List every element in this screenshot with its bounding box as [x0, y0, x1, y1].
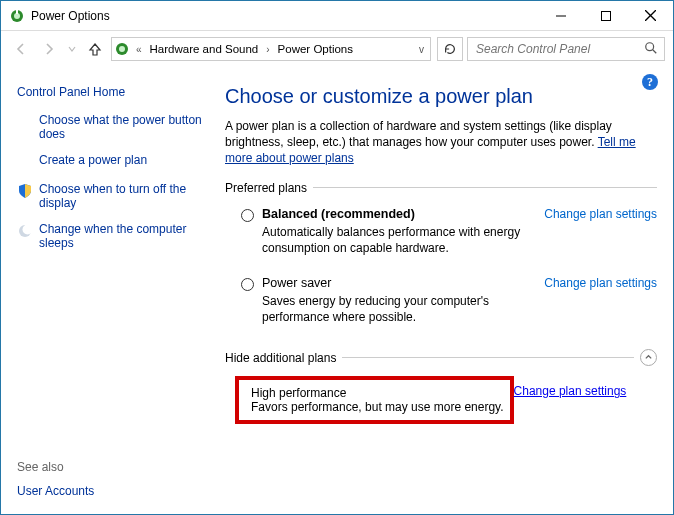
chevron-icon: «: [134, 44, 144, 55]
forward-button[interactable]: [37, 37, 61, 61]
plan-balanced: Balanced (recommended) Automatically bal…: [225, 205, 657, 266]
svg-text:?: ?: [647, 75, 653, 89]
blank-icon: [17, 114, 33, 130]
back-button[interactable]: [9, 37, 33, 61]
help-icon[interactable]: ?: [641, 73, 659, 91]
search-icon[interactable]: [644, 41, 658, 58]
shield-icon: [17, 183, 33, 199]
power-options-window: Power Options « Hardware: [0, 0, 674, 515]
plan-balanced-name[interactable]: Balanced (recommended): [262, 207, 530, 221]
maximize-button[interactable]: [583, 1, 628, 30]
breadcrumb-power-options[interactable]: Power Options: [276, 43, 355, 55]
description-text: A power plan is a collection of hardware…: [225, 119, 612, 149]
address-bar[interactable]: « Hardware and Sound › Power Options v: [111, 37, 431, 61]
breadcrumb-hardware[interactable]: Hardware and Sound: [148, 43, 261, 55]
additional-plans-label: Hide additional plans: [225, 351, 336, 365]
svg-rect-2: [16, 9, 18, 14]
svg-point-9: [646, 42, 654, 50]
sidebar: Control Panel Home Choose what the power…: [1, 67, 219, 514]
highlight-box: High performance Favors performance, but…: [235, 376, 514, 424]
see-also-label: See also: [17, 460, 209, 474]
svg-point-8: [119, 46, 125, 52]
plan-high-performance-row: High performance Favors performance, but…: [225, 376, 657, 424]
search-input[interactable]: [474, 41, 644, 57]
sidebar-item-turn-off-display[interactable]: Choose when to turn off the display: [39, 182, 209, 210]
chevron-down-icon[interactable]: v: [415, 44, 428, 55]
plan-power-saver-desc: Saves energy by reducing your computer's…: [262, 293, 530, 325]
plan-high-performance-name[interactable]: High performance: [251, 386, 504, 400]
plan-power-saver-name[interactable]: Power saver: [262, 276, 530, 290]
change-settings-high-performance[interactable]: Change plan settings: [514, 384, 627, 398]
preferred-plans-label: Preferred plans: [225, 181, 307, 195]
blank-icon: [17, 154, 33, 170]
page-description: A power plan is a collection of hardware…: [225, 118, 657, 167]
preferred-plans-header: Preferred plans: [225, 181, 657, 195]
change-settings-power-saver[interactable]: Change plan settings: [544, 276, 657, 290]
plan-high-performance-desc: Favors performance, but may use more ene…: [251, 400, 504, 414]
control-panel-home-link[interactable]: Control Panel Home: [17, 85, 209, 99]
radio-power-saver[interactable]: [241, 278, 254, 291]
titlebar: Power Options: [1, 1, 673, 31]
close-button[interactable]: [628, 1, 673, 30]
app-icon: [9, 8, 25, 24]
navbar: « Hardware and Sound › Power Options v: [1, 31, 673, 67]
page-title: Choose or customize a power plan: [225, 85, 657, 108]
collapse-button[interactable]: [640, 349, 657, 366]
refresh-button[interactable]: [437, 37, 463, 61]
sidebar-item-power-button[interactable]: Choose what the power button does: [39, 113, 209, 141]
recent-dropdown-button[interactable]: [65, 37, 79, 61]
svg-point-14: [23, 225, 33, 235]
up-button[interactable]: [83, 37, 107, 61]
plan-power-saver: Power saver Saves energy by reducing you…: [225, 274, 657, 335]
minimize-button[interactable]: [538, 1, 583, 30]
chevron-right-icon: ›: [264, 44, 271, 55]
search-box[interactable]: [467, 37, 665, 61]
sidebar-item-computer-sleeps[interactable]: Change when the computer sleeps: [39, 222, 209, 250]
radio-balanced[interactable]: [241, 209, 254, 222]
moon-icon: [17, 223, 33, 239]
sidebar-item-create-plan[interactable]: Create a power plan: [39, 153, 147, 167]
body: Control Panel Home Choose what the power…: [1, 67, 673, 514]
plan-balanced-desc: Automatically balances performance with …: [262, 224, 530, 256]
svg-rect-4: [601, 11, 610, 20]
see-also: See also User Accounts: [17, 460, 209, 504]
main-panel: Choose or customize a power plan A power…: [219, 67, 673, 514]
see-also-user-accounts[interactable]: User Accounts: [17, 484, 94, 498]
additional-plans-header: Hide additional plans: [225, 349, 657, 366]
change-settings-balanced[interactable]: Change plan settings: [544, 207, 657, 221]
window-title: Power Options: [31, 9, 110, 23]
svg-line-10: [653, 49, 657, 53]
power-icon: [114, 41, 130, 57]
